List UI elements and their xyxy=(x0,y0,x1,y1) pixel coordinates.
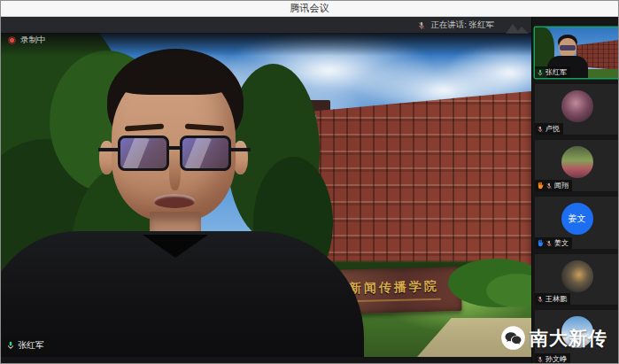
participant-name: 张红军 xyxy=(545,67,567,77)
glasses-temple xyxy=(98,148,120,151)
main-speaker-name: 张红军 xyxy=(18,339,44,352)
participant-name: 卢悦 xyxy=(545,124,560,134)
person-hairline xyxy=(114,65,233,95)
participant-avatar xyxy=(561,146,593,178)
campus-sign-subline xyxy=(347,298,441,303)
participant-tile-wenxiang[interactable]: 闻翔 xyxy=(535,140,619,191)
participant-avatar xyxy=(561,260,593,292)
mic-muted-icon xyxy=(545,182,553,190)
participant-name-label: 闻翔 xyxy=(535,180,572,191)
record-icon xyxy=(8,36,16,44)
meeting-window: 腾讯会议 正在讲话: 张红军 新闻传播学院 xyxy=(0,0,619,364)
speaking-mic-icon xyxy=(417,21,426,30)
participant-name: 孙文峥 xyxy=(545,354,567,364)
mic-muted-icon xyxy=(537,296,544,303)
mic-muted-icon xyxy=(537,356,544,363)
recording-label: 录制中 xyxy=(20,35,46,46)
window-title: 腾讯会议 xyxy=(290,2,329,15)
participant-name-label: 张红军 xyxy=(535,66,570,78)
mini-person-glasses xyxy=(560,45,576,50)
speaking-indicator: 正在讲话: 张红军 xyxy=(417,19,494,31)
video-top-shade xyxy=(1,33,531,56)
campus-sign-text: 新闻传播学院 xyxy=(349,279,439,298)
participant-name: 闻翔 xyxy=(554,181,569,190)
participant-tile-jiangwen[interactable]: 姜文 姜文 xyxy=(535,197,619,249)
participant-name-label: 王林鹏 xyxy=(535,293,570,305)
participant-tile-wanglinpeng[interactable]: 王林鹏 xyxy=(535,254,619,305)
participants-sidebar: 张红军 卢悦 xyxy=(531,17,619,364)
participant-avatar: 姜文 xyxy=(561,203,593,235)
participant-avatar xyxy=(561,90,593,122)
recording-indicator[interactable]: 录制中 xyxy=(8,35,46,46)
main-speaker-name-label: 张红军 xyxy=(3,337,50,353)
participant-tile-zhanghongjun[interactable]: 张红军 xyxy=(535,27,619,78)
hand-raised-icon xyxy=(537,239,544,247)
person-nose xyxy=(169,150,181,190)
mic-muted-icon xyxy=(545,240,553,247)
glasses-lens xyxy=(118,136,169,171)
mic-on-icon xyxy=(6,341,15,350)
participant-name: 王林鹏 xyxy=(545,294,567,304)
glasses-temple xyxy=(229,148,251,151)
mic-on-icon xyxy=(537,69,544,76)
wechat-icon xyxy=(500,325,526,351)
person-mouth xyxy=(154,194,195,208)
window-title-bar[interactable]: 腾讯会议 xyxy=(1,1,618,17)
wechat-watermark: 南大新传 xyxy=(500,325,607,351)
main-video-area[interactable]: 新闻传播学院 xyxy=(1,33,531,357)
participant-name-label: 姜文 xyxy=(535,237,572,249)
participant-name-label: 卢悦 xyxy=(535,123,563,135)
hand-raised-icon xyxy=(537,182,544,190)
glasses-lens xyxy=(180,136,231,171)
faded-logo-icon xyxy=(502,19,536,37)
participant-name: 姜文 xyxy=(554,238,569,248)
watermark-text: 南大新传 xyxy=(530,326,607,351)
speaking-label: 正在讲话: 张红军 xyxy=(430,19,494,31)
mic-muted-icon xyxy=(537,126,544,133)
participant-name-label: 孙文峥 xyxy=(535,353,570,364)
participant-tile-luyue[interactable]: 卢悦 xyxy=(535,84,619,135)
